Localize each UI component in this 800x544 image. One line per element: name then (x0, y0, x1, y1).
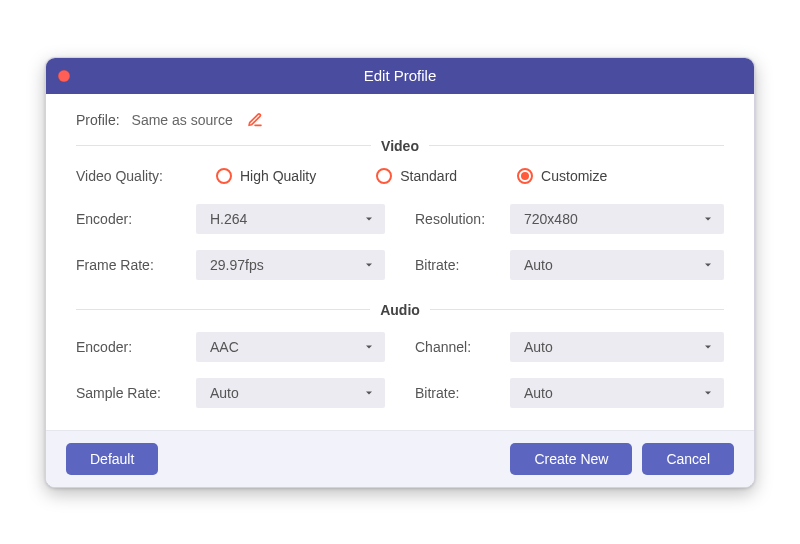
chevron-down-icon (363, 341, 375, 353)
audio-sample-rate-field: Sample Rate: Auto (76, 378, 385, 408)
chevron-down-icon (702, 259, 714, 271)
chevron-down-icon (363, 387, 375, 399)
video-frame-rate-field: Frame Rate: 29.97fps (76, 250, 385, 280)
select-value: Auto (524, 385, 553, 401)
audio-encoder-label: Encoder: (76, 339, 196, 355)
video-encoder-field: Encoder: H.264 (76, 204, 385, 234)
audio-settings-grid: Encoder: AAC Channel: Auto (76, 332, 724, 408)
radio-high-quality[interactable]: High Quality (216, 168, 316, 184)
profile-row: Profile: Same as source (76, 112, 724, 128)
video-section-title: Video (381, 138, 419, 154)
video-section-divider: Video (76, 138, 724, 154)
select-value: AAC (210, 339, 239, 355)
radio-label: Standard (400, 168, 457, 184)
audio-channel-field: Channel: Auto (415, 332, 724, 362)
radio-customize[interactable]: Customize (517, 168, 607, 184)
edit-icon[interactable] (247, 112, 263, 128)
audio-encoder-field: Encoder: AAC (76, 332, 385, 362)
audio-section-divider: Audio (76, 302, 724, 318)
chevron-down-icon (702, 387, 714, 399)
chevron-down-icon (702, 341, 714, 353)
chevron-down-icon (702, 213, 714, 225)
video-bitrate-label: Bitrate: (415, 257, 510, 273)
video-resolution-label: Resolution: (415, 211, 510, 227)
chevron-down-icon (363, 259, 375, 271)
video-resolution-select[interactable]: 720x480 (510, 204, 724, 234)
select-value: Auto (210, 385, 239, 401)
video-bitrate-field: Bitrate: Auto (415, 250, 724, 280)
audio-channel-select[interactable]: Auto (510, 332, 724, 362)
profile-value: Same as source (132, 112, 233, 128)
video-frame-rate-select[interactable]: 29.97fps (196, 250, 385, 280)
close-icon[interactable] (58, 70, 70, 82)
video-encoder-label: Encoder: (76, 211, 196, 227)
chevron-down-icon (363, 213, 375, 225)
video-quality-label: Video Quality: (76, 168, 216, 184)
video-quality-row: Video Quality: High Quality Standard Cus… (76, 168, 724, 184)
dialog-body: Profile: Same as source Video Video Qual… (46, 94, 754, 430)
default-button[interactable]: Default (66, 443, 158, 475)
audio-bitrate-label: Bitrate: (415, 385, 510, 401)
video-encoder-select[interactable]: H.264 (196, 204, 385, 234)
create-new-button[interactable]: Create New (510, 443, 632, 475)
edit-profile-window: Edit Profile Profile: Same as source Vid… (45, 57, 755, 488)
audio-channel-label: Channel: (415, 339, 510, 355)
window-title: Edit Profile (364, 67, 437, 84)
select-value: Auto (524, 339, 553, 355)
audio-section-title: Audio (380, 302, 420, 318)
video-resolution-field: Resolution: 720x480 (415, 204, 724, 234)
cancel-button[interactable]: Cancel (642, 443, 734, 475)
audio-encoder-select[interactable]: AAC (196, 332, 385, 362)
radio-label: Customize (541, 168, 607, 184)
radio-icon (216, 168, 232, 184)
radio-standard[interactable]: Standard (376, 168, 457, 184)
audio-sample-rate-select[interactable]: Auto (196, 378, 385, 408)
profile-label: Profile: (76, 112, 120, 128)
select-value: H.264 (210, 211, 247, 227)
radio-label: High Quality (240, 168, 316, 184)
video-settings-grid: Encoder: H.264 Resolution: 720x480 (76, 204, 724, 280)
radio-icon (517, 168, 533, 184)
video-frame-rate-label: Frame Rate: (76, 257, 196, 273)
audio-bitrate-select[interactable]: Auto (510, 378, 724, 408)
select-value: Auto (524, 257, 553, 273)
select-value: 29.97fps (210, 257, 264, 273)
radio-icon (376, 168, 392, 184)
titlebar: Edit Profile (46, 58, 754, 94)
video-bitrate-select[interactable]: Auto (510, 250, 724, 280)
audio-bitrate-field: Bitrate: Auto (415, 378, 724, 408)
dialog-footer: Default Create New Cancel (46, 430, 754, 487)
audio-sample-rate-label: Sample Rate: (76, 385, 196, 401)
select-value: 720x480 (524, 211, 578, 227)
